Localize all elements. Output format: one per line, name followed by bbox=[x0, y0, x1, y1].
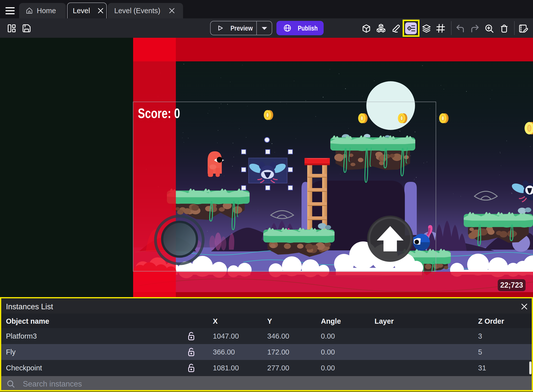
svg-text:22;723: 22;723 bbox=[500, 280, 523, 289]
svg-text:Score: 0: Score: 0 bbox=[138, 105, 180, 121]
